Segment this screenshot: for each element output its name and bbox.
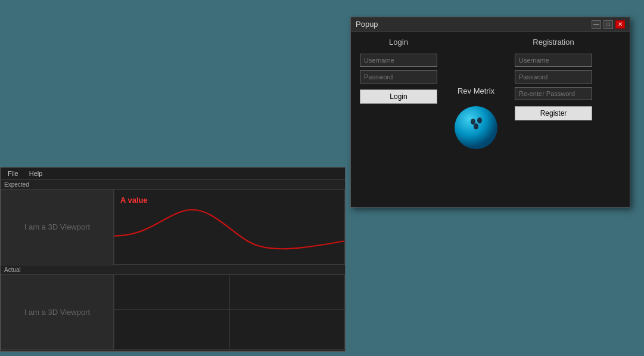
popup-content: Login Login Rev Metrix — [351, 32, 630, 206]
login-header: Login — [389, 38, 408, 47]
svg-point-4 — [477, 117, 482, 123]
viewport-left-col: I am a 3D Viewport Actual I am a 3D View… — [1, 189, 114, 350]
minimize-button[interactable]: — — [592, 20, 601, 29]
menu-help[interactable]: Help — [24, 169, 48, 178]
registration-column: Registration Register — [512, 38, 595, 200]
app-window: File Help Expected I am a 3D Viewport Ac… — [0, 167, 346, 352]
viewport-3d-bottom: I am a 3D Viewport — [1, 274, 114, 351]
logo-title: Rev Metrix — [458, 86, 494, 95]
app-menubar: File Help — [1, 168, 345, 180]
register-button[interactable]: Register — [515, 106, 592, 120]
reg-username-input[interactable] — [515, 54, 592, 67]
graph-top: A value — [114, 189, 345, 265]
login-column: Login Login — [357, 38, 440, 200]
popup-controls: — □ ✕ — [592, 20, 625, 29]
graph-container: I am a 3D Viewport Actual I am a 3D View… — [1, 189, 345, 350]
login-button[interactable]: Login — [360, 89, 437, 104]
viewport-3d-bottom-label: I am a 3D Viewport — [24, 308, 90, 317]
graph-svg — [114, 190, 344, 264]
label-actual: Actual — [1, 265, 114, 274]
registration-header: Registration — [533, 38, 574, 47]
maximize-button[interactable]: □ — [603, 20, 613, 29]
viewport-3d-top: I am a 3D Viewport — [1, 189, 114, 265]
graph-bottom-svg — [114, 275, 344, 349]
popup-titlebar: Popup — □ ✕ — [351, 17, 630, 32]
popup-title: Popup — [356, 20, 378, 29]
menu-file[interactable]: File — [3, 169, 23, 178]
svg-point-5 — [474, 123, 478, 129]
viewport-3d-top-label: I am a 3D Viewport — [24, 222, 90, 231]
popup-window: Popup — □ ✕ Login Login Rev Metrix — [350, 17, 630, 208]
bowling-ball-icon — [452, 104, 500, 151]
reg-reenter-input[interactable] — [515, 87, 592, 100]
graph-right-col: A value — [114, 189, 345, 350]
label-expected: Expected — [1, 180, 345, 189]
svg-point-3 — [471, 119, 475, 125]
reg-password-input[interactable] — [515, 70, 592, 83]
close-button[interactable]: ✕ — [615, 20, 625, 29]
login-password-input[interactable] — [360, 70, 437, 83]
graph-divider — [114, 265, 345, 274]
login-username-input[interactable] — [360, 54, 437, 67]
logo-column: Rev Metrix — [446, 38, 506, 200]
graph-bottom — [114, 274, 345, 350]
